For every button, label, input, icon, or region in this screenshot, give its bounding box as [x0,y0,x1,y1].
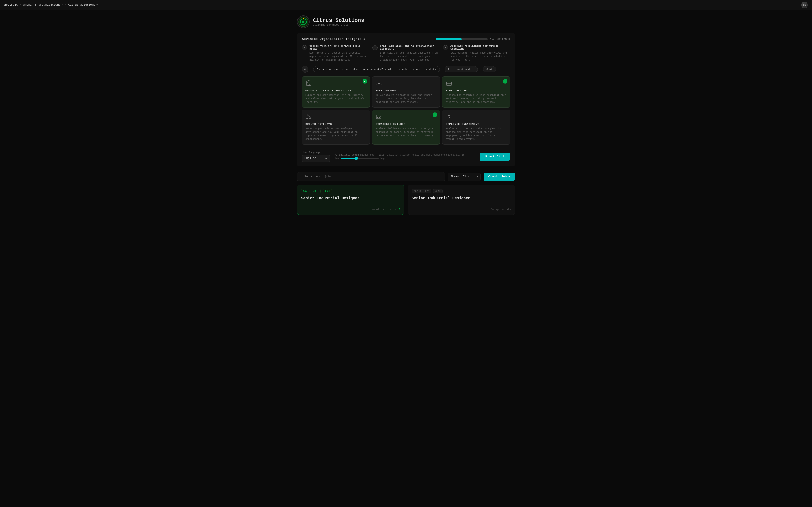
wizard-tabs: ⚙ — Chose the focus areas, chat language… [302,66,510,72]
job-2-ai-badge: AI [433,189,443,193]
chat-controls: Chat language English Spanish French Ger… [302,149,510,162]
org-header: Citrus Solutions Building advanced chips… [297,15,515,28]
step-3-num: 3 [443,45,448,50]
depth-group: AI analysis depth Higher depth will resu… [335,154,475,160]
main-content: Citrus Solutions Building advanced chips… [293,10,519,220]
building-icon [305,80,366,87]
create-job-button[interactable]: Create Job + [484,172,515,181]
wizard-tab-chat[interactable]: Chat [483,66,496,72]
svg-point-15 [307,115,308,116]
org-more-button[interactable]: ··· [508,18,515,25]
nav-left: acetrait › Snehan's Organisations ⌃ / Ci… [4,3,98,7]
job-1-title: Senior Industrial Designer [301,196,400,201]
job-2-more-button[interactable]: ··· [504,189,511,193]
insights-title-text: Advanced Organisation Insights [302,37,362,41]
focus-card-role-insight[interactable]: ROLE INSIGHT Delve into your specific ro… [372,76,440,108]
sort-select[interactable]: Newest First Oldest First Alphabetical [448,172,481,181]
depth-low-label: low [335,157,339,160]
svg-rect-5 [306,81,311,86]
step-1-desc: Each areas are focused on a specific asp… [309,51,369,62]
svg-point-19 [308,118,309,119]
job-2-date: Apr 30 2024 [412,189,432,193]
wizard-tab-custom-data[interactable]: Enter custom data [445,66,478,72]
focus-card-5-desc: Evaluate initiatives and strategies that… [446,127,507,141]
focus-card-check-icon-4: ✓ [433,112,437,117]
citrus-nav-chevron: ⌃ [96,3,98,6]
org-nav-item[interactable]: Snehan's Organisations ⌃ [23,3,63,7]
focus-card-2-title: WORK CULTURE [446,89,507,92]
ai-badge-label-2: AI [438,190,441,192]
org-name: Citrus Solutions [313,17,364,23]
language-group: Chat language English Spanish French Ger… [302,151,330,162]
step-3: 3 Automate recruitment for Citrus Soluti… [443,45,510,62]
job-2-title: Senior Industrial Designer [412,196,511,201]
progress-bar [436,38,488,40]
steps-row: 1 Choose from the pre-defined focus area… [302,45,510,62]
citrus-nav-item[interactable]: Citrus Solutions ⌃ [68,3,98,7]
step-3-desc: Iris conducts tailor-made interviews and… [450,51,510,62]
citrus-nav-label: Citrus Solutions [68,3,95,7]
focus-card-0-title: ORGANIZATIONAL FOUNDATIONS [305,89,366,92]
jobs-section: ⌕ Newest First Oldest First Alphabetical… [297,172,515,215]
step-2-title: Chat with Iris, the AI organisation assi… [380,45,440,50]
svg-point-4 [303,24,304,25]
ai-badge-label: AI [327,190,330,192]
step-3-title: Automate recruitment for Citrus Solution… [450,45,510,50]
svg-point-17 [309,116,310,118]
settings-gear-icon[interactable]: ⚙ [302,66,308,72]
job-1-applicants-count: 3 [399,208,400,211]
step-1-title: Choose from the pre-defined focus areas [309,45,369,50]
focus-card-work-culture[interactable]: ✓ WORK CULTURE Discuss the dynamics of y… [442,76,510,108]
focus-card-1-desc: Delve into your specific role and impact… [376,94,437,104]
top-nav: acetrait › Snehan's Organisations ⌃ / Ci… [0,0,812,10]
focus-card-check-icon-2: ✓ [503,79,507,83]
person-icon [376,80,437,87]
focus-card-strategic-outlook[interactable]: ✓ STRATEGIC OUTLOOK Explore challenges a… [372,110,440,145]
focus-card-organizational-foundations[interactable]: ✓ ORGANIZATIONAL FOUNDATIONS Explore the… [302,76,370,108]
insights-collapse-icon[interactable]: ∧ [363,37,365,41]
search-icon: ⌕ [301,175,302,179]
depth-slider[interactable] [341,158,378,159]
job-card-2[interactable]: Apr 30 2024 AI ··· Senior Industrial Des… [408,185,515,215]
step-2-num: 2 [372,45,377,50]
brand-label: acetrait [4,3,18,7]
svg-rect-12 [446,82,452,86]
svg-rect-6 [307,82,308,83]
handshake-icon [446,113,507,121]
chart-icon [376,113,437,121]
org-nav-chevron: ⌃ [61,3,63,6]
focus-card-2-desc: Discuss the dynamics of your organizatio… [446,94,507,104]
language-label: Chat language [302,151,330,154]
focus-card-5-title: EMPLOYEE ENGAGEMENT [446,123,507,125]
org-logo [297,15,310,28]
job-1-ai-badge: AI [322,189,332,193]
progress-label: 50% analysed [490,38,510,41]
depth-high-label: high [380,157,386,160]
step-1-num: 1 [302,45,307,50]
svg-rect-8 [308,84,310,86]
org-tagline: Building advanced chips [313,23,364,26]
job-1-date: May 07 2024 [301,189,321,193]
step-1: 1 Choose from the pre-defined focus area… [302,45,369,62]
search-box: ⌕ [297,172,445,181]
job-card-1[interactable]: May 07 2024 AI ··· Senior Industrial Des… [297,185,404,215]
job-2-applicants-label: No applicants [491,208,511,211]
language-select[interactable]: English Spanish French German Chinese Ja… [302,155,330,162]
focus-card-1-title: ROLE INSIGHT [376,89,437,92]
step-2: 2 Chat with Iris, the AI organisation as… [372,45,440,62]
svg-point-2 [302,21,305,23]
search-input[interactable] [304,175,442,178]
start-chat-button[interactable]: Start Chat [479,153,510,161]
focus-card-3-desc: Assess opportunities for employee develo… [305,127,366,141]
progress-fill [436,38,462,40]
focus-card-employee-engagement[interactable]: EMPLOYEE ENGAGEMENT Evaluate initiatives… [442,110,510,145]
focus-card-3-title: GROWTH PATHWAYS [305,123,366,125]
wizard-instruction-tab: Chose the focus areas, chat language and… [313,66,440,72]
sliders-icon [305,113,366,121]
depth-hint: Higher depth will result in a longer cha… [360,154,466,156]
avatar[interactable]: SN [801,2,808,8]
job-1-more-button[interactable]: ··· [394,189,400,193]
focus-card-growth-pathways[interactable]: GROWTH PATHWAYS Assess opportunities for… [302,110,370,145]
job-1-applicants-label: No of applicants: [371,208,398,211]
svg-rect-7 [309,82,310,83]
